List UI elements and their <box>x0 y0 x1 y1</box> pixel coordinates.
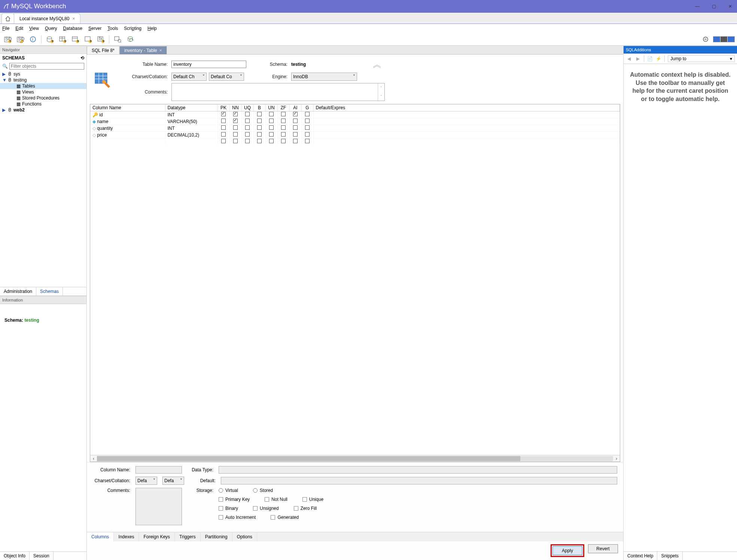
checkbox-uq[interactable] <box>245 139 250 143</box>
chk-zero-fill[interactable]: Zero Fill <box>294 506 317 511</box>
col-header-default[interactable]: Default/Expres <box>313 104 620 111</box>
detail-collation-select[interactable]: Defa˅ <box>162 477 184 485</box>
checkbox-uq[interactable] <box>245 119 250 123</box>
create-schema-icon[interactable]: + <box>45 34 55 45</box>
help-icon[interactable]: 📄 <box>647 56 653 61</box>
engine-select[interactable]: InnoDB˅ <box>291 73 357 81</box>
tab-partitioning[interactable]: Partitioning <box>201 532 232 541</box>
checkbox-nn[interactable] <box>233 132 238 137</box>
tab-administration[interactable]: Administration <box>0 287 36 296</box>
tab-triggers[interactable]: Triggers <box>175 532 201 541</box>
checkbox-pk[interactable] <box>221 139 226 143</box>
tree-item-sys[interactable]: ▶🛢sys <box>0 71 86 77</box>
maximize-icon[interactable]: ▢ <box>710 4 718 9</box>
checkbox-pk[interactable] <box>221 132 226 137</box>
connection-tab[interactable]: Local instance MySQL80 × <box>14 13 80 24</box>
checkbox-g[interactable] <box>305 119 310 123</box>
tab-foreign-keys[interactable]: Foreign Keys <box>139 532 175 541</box>
editor-tab-sqlfile[interactable]: SQL File 8* <box>87 46 119 54</box>
create-table-icon[interactable]: + <box>57 34 68 45</box>
inspector-icon[interactable]: i <box>28 34 38 45</box>
create-function-icon[interactable]: fx+ <box>95 34 106 45</box>
tab-object-info[interactable]: Object Info <box>0 552 30 560</box>
collapse-chevron-icon[interactable]: ︽ <box>370 58 385 70</box>
charset-select[interactable]: Default Ch˅ <box>171 73 207 81</box>
checkbox-nn[interactable] <box>233 119 238 123</box>
apply-button[interactable]: Apply <box>552 546 582 555</box>
tab-columns[interactable]: Columns <box>87 532 114 541</box>
checkbox-ai[interactable] <box>293 132 298 137</box>
horizontal-scrollbar[interactable]: ‹› <box>90 455 620 462</box>
checkbox-zf[interactable] <box>281 119 286 123</box>
nav-forward-icon[interactable]: ▶ <box>635 56 641 61</box>
radio-stored[interactable]: Stored <box>253 488 273 493</box>
col-header-pk[interactable]: PK <box>217 104 229 111</box>
column-row[interactable]: ◇ quantityINT <box>90 125 620 132</box>
checkbox-un[interactable] <box>269 139 274 143</box>
col-header-name[interactable]: Column Name <box>90 104 165 111</box>
checkbox-zf[interactable] <box>281 132 286 137</box>
checkbox-pk[interactable] <box>221 112 226 116</box>
column-row[interactable]: ◆ nameVARCHAR(50) <box>90 118 620 125</box>
checkbox-uq[interactable] <box>245 112 250 116</box>
minimize-icon[interactable]: — <box>694 4 701 9</box>
checkbox-un[interactable] <box>269 125 274 130</box>
search-table-icon[interactable] <box>112 34 123 45</box>
checkbox-ai[interactable] <box>293 119 298 123</box>
panel-layout-toggle[interactable] <box>713 36 735 42</box>
col-header-ai[interactable]: AI <box>289 104 301 111</box>
tree-item-views[interactable]: ▦Views <box>0 89 86 95</box>
checkbox-un[interactable] <box>269 119 274 123</box>
nav-back-icon[interactable]: ◀ <box>626 56 632 61</box>
checkbox-ai[interactable] <box>293 139 298 143</box>
jump-to-select[interactable]: Jump to▾ <box>668 55 735 62</box>
chk-auto-increment[interactable]: Auto Increment <box>219 515 256 520</box>
tab-context-help[interactable]: Context Help <box>624 552 657 560</box>
column-row-empty[interactable] <box>90 138 620 145</box>
close-icon[interactable]: ✕ <box>727 4 734 9</box>
checkbox-g[interactable] <box>305 139 310 143</box>
col-header-nn[interactable]: NN <box>229 104 241 111</box>
tab-session[interactable]: Session <box>30 552 54 560</box>
checkbox-nn[interactable] <box>233 139 238 143</box>
checkbox-g[interactable] <box>305 125 310 130</box>
detail-column-name-input[interactable] <box>135 466 182 474</box>
tab-snippets[interactable]: Snippets <box>657 552 683 560</box>
col-header-zf[interactable]: ZF <box>277 104 289 111</box>
menu-help[interactable]: Help <box>147 26 157 31</box>
chk-unique[interactable]: Unique <box>302 497 323 502</box>
menu-edit[interactable]: Edit <box>15 26 23 31</box>
home-tab[interactable] <box>1 13 14 24</box>
tab-schemas[interactable]: Schemas <box>36 287 63 296</box>
detail-datatype-input[interactable] <box>219 466 617 474</box>
menu-database[interactable]: Database <box>63 26 82 31</box>
checkbox-zf[interactable] <box>281 112 286 116</box>
checkbox-nn[interactable] <box>233 125 238 130</box>
detail-default-input[interactable] <box>221 477 617 484</box>
chk-primary-key[interactable]: Primary Key <box>219 497 250 502</box>
detail-comments-input[interactable] <box>135 488 182 525</box>
tree-item-testing[interactable]: ▼🛢testing <box>0 77 86 83</box>
checkbox-uq[interactable] <box>245 125 250 130</box>
auto-help-icon[interactable]: ⚡ <box>656 56 661 61</box>
detail-charset-select[interactable]: Defa˅ <box>135 477 157 485</box>
checkbox-un[interactable] <box>269 132 274 137</box>
close-tab-icon[interactable]: × <box>159 48 162 53</box>
revert-button[interactable]: Revert <box>588 544 618 553</box>
menu-file[interactable]: File <box>2 26 9 31</box>
col-header-g[interactable]: G <box>301 104 313 111</box>
menu-tools[interactable]: Tools <box>107 26 118 31</box>
close-tab-icon[interactable]: × <box>72 16 75 21</box>
checkbox-b[interactable] <box>257 112 262 116</box>
create-procedure-icon[interactable]: + <box>83 34 93 45</box>
checkbox-zf[interactable] <box>281 125 286 130</box>
checkbox-b[interactable] <box>257 139 262 143</box>
tree-item-web2[interactable]: ▶🛢web2 <box>0 107 86 113</box>
tab-indexes[interactable]: Indexes <box>114 532 139 541</box>
checkbox-un[interactable] <box>269 112 274 116</box>
collation-select[interactable]: Default Co˅ <box>209 73 244 81</box>
checkbox-zf[interactable] <box>281 139 286 143</box>
checkbox-pk[interactable] <box>221 119 226 123</box>
chk-not-null[interactable]: Not Null <box>265 497 287 502</box>
refresh-icon[interactable]: ⟲ <box>80 55 84 61</box>
